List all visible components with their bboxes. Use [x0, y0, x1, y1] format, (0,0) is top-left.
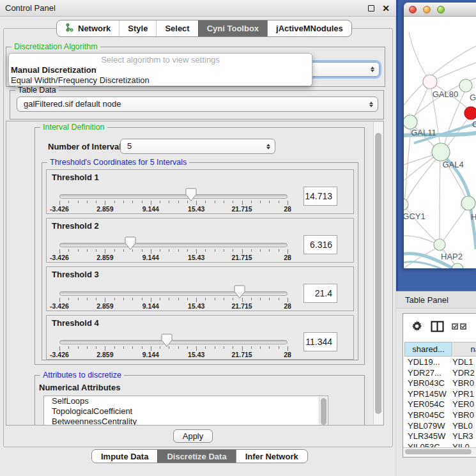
- tick-label: -3.426: [50, 351, 69, 358]
- list-item[interactable]: SelfLoops: [44, 396, 328, 406]
- tab-network[interactable]: Network: [57, 20, 119, 36]
- network-node[interactable]: [459, 79, 472, 92]
- tick-label: 2.859: [96, 205, 113, 213]
- slider-thumb[interactable]: [234, 285, 245, 299]
- table-row[interactable]: YBL079WYBL0: [403, 421, 476, 432]
- column-header-name[interactable]: na: [453, 342, 476, 357]
- slider-track[interactable]: [59, 194, 288, 199]
- slider-track[interactable]: [59, 291, 288, 296]
- network-node[interactable]: [452, 263, 463, 268]
- network-edge[interactable]: [404, 155, 436, 187]
- list-item[interactable]: BetweennessCentrality: [44, 417, 328, 426]
- table-hscrollbar[interactable]: [403, 447, 476, 456]
- minimize-traffic-light-icon[interactable]: [423, 6, 431, 13]
- network-node[interactable]: [423, 75, 437, 89]
- network-node[interactable]: [461, 196, 475, 210]
- table-row[interactable]: YBR045CYBR0: [403, 410, 476, 421]
- network-node[interactable]: [434, 239, 445, 250]
- list-item[interactable]: TopologicalCoefficient: [44, 406, 328, 417]
- slider-track[interactable]: [59, 340, 288, 344]
- zoom-traffic-light-icon[interactable]: [437, 6, 445, 13]
- slider-track[interactable]: [59, 243, 288, 247]
- tab-label: Impute Data: [101, 452, 148, 461]
- slider-thumb[interactable]: [125, 236, 136, 250]
- gear-icon[interactable]: [411, 321, 422, 334]
- tick-label: -3.426: [50, 205, 69, 213]
- network-view-window: GAL80GALCGAL11GAL4GCY1HHAP2: [404, 3, 476, 268]
- slider-thumb[interactable]: [185, 188, 197, 202]
- network-edge[interactable]: [405, 153, 441, 203]
- cell-shared-name: YBR043C: [403, 378, 452, 388]
- close-traffic-light-icon[interactable]: [409, 6, 417, 13]
- threshold-value-field[interactable]: 6.316: [303, 235, 337, 254]
- control-panel-title: Control Panel: [5, 3, 56, 13]
- cell-name: YBR0: [452, 378, 474, 388]
- threshold-value-field[interactable]: 21.4: [303, 284, 337, 303]
- table-row[interactable]: YDL19...YDL1: [403, 357, 476, 368]
- tab-discretize-data[interactable]: Discretize Data: [157, 450, 235, 463]
- slider-thumb[interactable]: [161, 334, 173, 348]
- table-row[interactable]: YLR345WYLR3: [403, 431, 476, 442]
- network-node[interactable]: [464, 107, 476, 119]
- columns-icon[interactable]: [431, 321, 444, 335]
- network-node-label: HAP2: [441, 252, 463, 261]
- column-header-shared-name[interactable]: shared...: [404, 342, 452, 357]
- tab-infer-network[interactable]: Infer Network: [236, 450, 307, 463]
- network-edge[interactable]: [409, 32, 430, 82]
- cell-name: YBL0: [452, 421, 473, 431]
- dropdown-option-manual[interactable]: Manual Discretization: [9, 65, 312, 75]
- table-data-combo[interactable]: galFiltered.sif default node: [17, 96, 378, 112]
- table-panel: shared... na YDL19...YDL1YDR27...YDR2YBR…: [396, 309, 476, 476]
- scrollbar-thumb[interactable]: [375, 133, 381, 414]
- cell-name: YPR1: [452, 389, 474, 399]
- tick-label: 21.715: [232, 205, 252, 213]
- network-edge[interactable]: [404, 236, 438, 245]
- cell-shared-name: YDL19...: [403, 357, 452, 367]
- group-title: Interval Definition: [40, 123, 107, 132]
- control-panel-tabbar: Network Style Select Cyni Toolbox jActiv…: [56, 20, 352, 37]
- tab-label: Network: [78, 24, 111, 33]
- network-edge[interactable]: [440, 154, 440, 243]
- slider-tick-labels: -3.4262.8599.14415.4321.71528: [47, 254, 353, 261]
- cell-shared-name: YBR045C: [403, 410, 452, 420]
- tab-style[interactable]: Style: [119, 20, 156, 36]
- num-intervals-combo[interactable]: 5: [120, 139, 275, 154]
- network-node[interactable]: [432, 143, 450, 161]
- float-window-icon[interactable]: [368, 5, 374, 12]
- tab-impute-data[interactable]: Impute Data: [92, 450, 157, 463]
- select-columns-icon[interactable]: [452, 323, 466, 330]
- threshold-value-field[interactable]: 11.344: [303, 332, 337, 351]
- network-edge[interactable]: [442, 205, 468, 242]
- dropdown-prompt: Select algorithm to view settings: [9, 54, 312, 65]
- list-scrollbar[interactable]: [319, 396, 328, 426]
- network-node[interactable]: [404, 199, 408, 210]
- network-node-label: C: [472, 119, 476, 129]
- network-node[interactable]: [404, 115, 417, 129]
- network-edge[interactable]: [430, 63, 476, 82]
- apply-button[interactable]: Apply: [173, 429, 213, 443]
- table-row[interactable]: YPR145WYPR1: [403, 389, 476, 400]
- table-row[interactable]: YDR27...YDR2: [403, 368, 476, 379]
- settings-scrollpane: Interval Definition Number of Intervals …: [6, 121, 384, 426]
- table-row[interactable]: YER054CYER0: [403, 399, 476, 410]
- group-title: Discretization Algorithm: [12, 42, 100, 51]
- threshold-2-panel: Threshold 2 -3.4262.8599.14415.4321.7152…: [46, 218, 354, 263]
- threshold-value-field[interactable]: 14.713: [303, 187, 337, 206]
- close-icon[interactable]: ✕: [382, 1, 390, 15]
- table-row[interactable]: YBR043CYBR0: [403, 378, 476, 389]
- cell-name: YBR0: [452, 410, 474, 420]
- dropdown-option-equal-width[interactable]: Equal Width/Frequency Discretization: [9, 75, 312, 86]
- scrollbar-thumb[interactable]: [405, 449, 472, 454]
- combo-arrows-icon: [371, 63, 374, 76]
- network-window-titlebar[interactable]: [404, 3, 476, 17]
- settings-scrollbar[interactable]: [373, 122, 383, 424]
- tab-cyni-toolbox[interactable]: Cyni Toolbox: [198, 20, 267, 36]
- scrollbar-thumb[interactable]: [321, 398, 326, 425]
- cell-shared-name: YER054C: [403, 399, 452, 409]
- tab-jactivemnodules[interactable]: jActiveMNodules: [267, 20, 351, 36]
- group-title: Attributes to discretize: [40, 371, 124, 380]
- app-window: Control Panel ✕ Network Style: [0, 0, 476, 476]
- tab-select[interactable]: Select: [156, 20, 197, 36]
- network-canvas[interactable]: GAL80GALCGAL11GAL4GCY1HHAP2: [404, 17, 476, 268]
- tick-label: 28: [284, 205, 291, 213]
